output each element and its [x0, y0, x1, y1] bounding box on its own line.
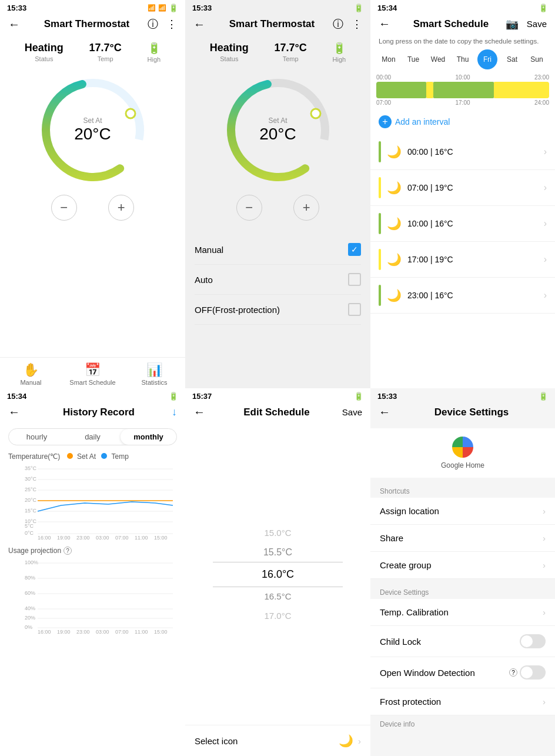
seg-0	[376, 82, 426, 98]
interval-1[interactable]: 🌙 07:00 | 19°C ›	[370, 170, 555, 206]
status-icons-2: 🔋	[354, 4, 363, 12]
legend-setat-label: Set At	[77, 452, 96, 461]
interval-0[interactable]: 🌙 00:00 | 16°C ›	[370, 134, 555, 170]
temp-chart-svg: 35°C 30°C 25°C 20°C 15°C 10°C 5°C 0°C 16…	[8, 463, 177, 539]
temp-opt-3[interactable]: 16.5°C	[264, 587, 291, 606]
nav-manual-1[interactable]: ✋ Manual	[0, 362, 62, 386]
schedule-hint: Long press on the date to copy the sched…	[370, 35, 555, 49]
child-lock-toggle[interactable]	[520, 634, 546, 648]
increase-button-2[interactable]: +	[293, 195, 319, 221]
info-icon-1[interactable]: ⓘ	[148, 17, 158, 31]
day-tue[interactable]: Tue	[403, 49, 423, 69]
back-button-4[interactable]: ←	[8, 405, 20, 419]
battery-icon-3: 🔋	[539, 4, 548, 12]
temp-opt-2[interactable]: 16.0°C	[185, 562, 370, 587]
save-button-5[interactable]: Save	[342, 407, 362, 417]
open-window-toggle[interactable]	[520, 665, 546, 680]
select-icon-row[interactable]: Select icon 🌙 ›	[185, 725, 370, 756]
info-icon-2[interactable]: ⓘ	[333, 17, 343, 31]
create-group-chevron: ›	[543, 560, 546, 570]
svg-text:40%: 40%	[25, 605, 35, 611]
tab-monthly[interactable]: monthly	[121, 429, 176, 445]
mode-auto[interactable]: Auto	[195, 265, 361, 295]
interval-3[interactable]: 🌙 17:00 | 19°C ›	[370, 242, 555, 278]
temp-opt-0[interactable]: 15.0°C	[264, 523, 291, 542]
device-settings-label: Device Settings	[370, 584, 555, 599]
svg-text:23:00: 23:00	[76, 629, 90, 634]
timeline: 00:00 10:00 23:00 07:00 17:00 24:00	[370, 74, 555, 109]
open-window-help: ?	[509, 668, 517, 677]
back-button-6[interactable]: ←	[379, 405, 390, 419]
decrease-button-2[interactable]: −	[236, 195, 262, 221]
timeline-bar[interactable]	[376, 82, 549, 98]
dial-2[interactable]: Set At 20°C	[219, 71, 337, 189]
back-button-1[interactable]: ←	[8, 18, 20, 31]
interval-text-1: 07:00 | 19°C	[407, 183, 538, 192]
assign-location-item[interactable]: Assign location ›	[370, 498, 555, 525]
open-window-item[interactable]: Open Window Detection ?	[370, 657, 555, 688]
interval-4[interactable]: 🌙 23:00 | 16°C ›	[370, 278, 555, 314]
mode-frost[interactable]: OFF(Frost-protection)	[195, 295, 361, 325]
mode-manual[interactable]: Manual ✓	[195, 235, 361, 265]
nav-schedule-1[interactable]: 📅 Smart Schedule	[62, 362, 123, 386]
download-icon-4[interactable]: ↓	[172, 406, 177, 418]
share-icon-3[interactable]: 📷	[506, 18, 519, 31]
add-interval-btn[interactable]: + Add an interval	[370, 109, 555, 134]
day-wed[interactable]: Wed	[428, 49, 448, 69]
temp-calibration-label: Temp. Calibration	[380, 607, 449, 617]
tab-daily[interactable]: daily	[65, 429, 121, 445]
back-button-5[interactable]: ←	[193, 405, 205, 419]
google-home-section[interactable]: Google Home	[370, 428, 555, 478]
create-group-item[interactable]: Create group ›	[370, 552, 555, 579]
day-sat[interactable]: Sat	[502, 49, 522, 69]
svg-text:03:00: 03:00	[96, 535, 109, 539]
status-bar-3: 15:34 🔋	[370, 0, 555, 15]
day-thu[interactable]: Thu	[453, 49, 473, 69]
svg-text:19:00: 19:00	[57, 535, 71, 539]
day-mon[interactable]: Mon	[379, 49, 399, 69]
back-button-2[interactable]: ←	[193, 18, 205, 31]
tab-hourly[interactable]: hourly	[9, 429, 65, 445]
svg-text:11:00: 11:00	[135, 629, 148, 634]
share-item[interactable]: Share ›	[370, 525, 555, 552]
svg-point-0	[34, 71, 152, 189]
nav-stats-1[interactable]: 📊 Statistics	[123, 362, 185, 386]
increase-button-1[interactable]: +	[108, 195, 134, 221]
decrease-button-1[interactable]: −	[51, 195, 77, 221]
nav-bar-5: ← Edit Schedule Save	[185, 403, 370, 424]
more-icon-2[interactable]: ⋮	[352, 18, 362, 31]
accent-0	[379, 141, 381, 162]
frost-protection-item[interactable]: Frost protection ›	[370, 688, 555, 715]
svg-text:80%: 80%	[25, 575, 35, 581]
usage-chart-svg: 100% 80% 60% 40% 20% 0% 16:00 19:00 23:0…	[8, 557, 177, 634]
accent-1	[379, 177, 381, 198]
day-fri[interactable]: Fri	[477, 49, 497, 69]
svg-text:19:00: 19:00	[57, 629, 71, 634]
dial-1[interactable]: Set At 20°C	[34, 71, 152, 189]
temp-label-2: Temp	[275, 55, 307, 62]
interval-2[interactable]: 🌙 10:00 | 16°C ›	[370, 206, 555, 242]
more-icon-1[interactable]: ⋮	[166, 18, 177, 31]
day-sun[interactable]: Sun	[527, 49, 547, 69]
checkbox-auto[interactable]	[348, 273, 361, 286]
control-buttons-1: − +	[0, 192, 185, 230]
temp-picker[interactable]: 15.0°C 15.5°C 16.0°C 16.5°C 17.0°C	[185, 424, 370, 725]
stats-label-1: Statistics	[123, 379, 185, 386]
tl-label-1: 10:00	[455, 74, 470, 81]
checkbox-frost[interactable]	[348, 303, 361, 316]
back-button-3[interactable]: ←	[379, 17, 390, 31]
temp-calibration-item[interactable]: Temp. Calibration ›	[370, 599, 555, 626]
assign-location-chevron: ›	[543, 506, 546, 516]
checkbox-manual[interactable]: ✓	[348, 243, 361, 256]
control-buttons-2: − +	[185, 192, 370, 230]
nav-actions-2: ⓘ ⋮	[333, 17, 362, 31]
save-button-3[interactable]: Save	[527, 19, 547, 29]
temp-calibration-chevron: ›	[543, 607, 546, 617]
temp-opt-4[interactable]: 17.0°C	[264, 606, 291, 625]
bottom-nav-1: ✋ Manual 📅 Smart Schedule 📊 Statistics	[0, 357, 185, 388]
status-bar-1: 15:33 📶 📶 🔋	[0, 0, 185, 15]
page-title-4: History Record	[26, 407, 172, 418]
temp-opt-1[interactable]: 15.5°C	[263, 542, 292, 562]
status-icons-5: 🔋	[354, 392, 363, 401]
child-lock-item[interactable]: Child Lock	[370, 626, 555, 657]
